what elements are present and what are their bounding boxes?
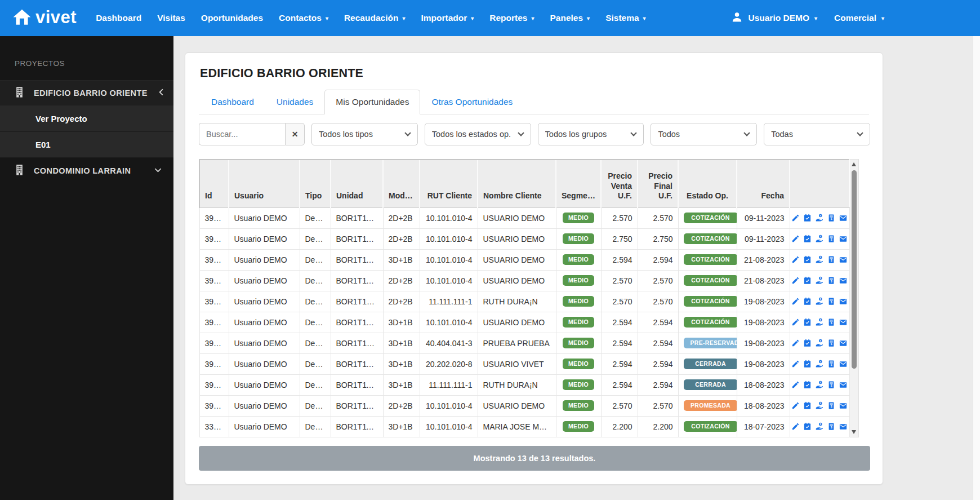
edit-icon[interactable] bbox=[791, 380, 800, 389]
table-scrollbar[interactable] bbox=[850, 159, 859, 437]
sidebar-item-e01[interactable]: E01 bbox=[0, 132, 173, 158]
invoice-icon[interactable]: $ bbox=[827, 380, 835, 389]
nav-item-oportunidades[interactable]: Oportunidades bbox=[201, 13, 263, 23]
envelope-icon[interactable] bbox=[839, 318, 848, 326]
scrollbar-thumb[interactable] bbox=[852, 170, 857, 369]
envelope-icon[interactable] bbox=[839, 360, 848, 368]
envelope-icon[interactable] bbox=[839, 423, 848, 431]
filter-select-todos-los-grupos[interactable]: Todos los grupos bbox=[538, 123, 644, 145]
column-header-id[interactable]: Id bbox=[199, 160, 229, 207]
calendar-check-icon[interactable] bbox=[803, 318, 812, 326]
column-header-precio-venta-u-f[interactable]: Precio Venta U.F. bbox=[601, 160, 638, 207]
tab-dashboard[interactable]: Dashboard bbox=[200, 90, 265, 114]
column-header-nombre-cliente[interactable]: Nombre Cliente bbox=[478, 160, 556, 207]
hand-dollar-icon[interactable]: $ bbox=[815, 297, 824, 306]
sidebar-project-condominio-larrain[interactable]: CONDOMINIO LARRAIN bbox=[0, 158, 173, 184]
user-menu[interactable]: Usuario DEMO ▾ bbox=[731, 11, 817, 25]
calendar-check-icon[interactable] bbox=[803, 297, 812, 306]
filter-select-todos-los-tipos[interactable]: Todos los tipos bbox=[311, 123, 418, 145]
column-header-fecha[interactable]: Fecha bbox=[737, 160, 790, 207]
column-header-segmento[interactable]: Segmento bbox=[556, 160, 601, 207]
nav-item-contactos[interactable]: Contactos▾ bbox=[279, 13, 328, 23]
page-scrollbar[interactable] bbox=[973, 36, 980, 500]
nav-item-reportes[interactable]: Reportes▾ bbox=[489, 13, 534, 23]
tab-mis-oportunidades[interactable]: Mis Oportunidades bbox=[324, 90, 420, 114]
column-header-precio-final-u-f[interactable]: Precio Final U.F. bbox=[638, 160, 678, 207]
hand-dollar-icon[interactable]: $ bbox=[815, 318, 824, 326]
column-header-estado-op[interactable]: Estado Op. bbox=[678, 160, 737, 207]
column-header-modelo[interactable]: Modelo bbox=[383, 160, 420, 207]
edit-icon[interactable] bbox=[791, 297, 800, 306]
hand-dollar-icon[interactable]: $ bbox=[815, 214, 824, 222]
tab-unidades[interactable]: Unidades bbox=[265, 90, 325, 114]
hand-dollar-icon[interactable]: $ bbox=[815, 234, 824, 243]
search-clear-button[interactable]: ✕ bbox=[285, 123, 305, 145]
sidebar-project-edificio-barrio-oriente[interactable]: EDIFICIO BARRIO ORIENTE bbox=[0, 80, 173, 106]
calendar-check-icon[interactable] bbox=[803, 276, 812, 285]
envelope-icon[interactable] bbox=[839, 381, 848, 389]
invoice-icon[interactable]: $ bbox=[827, 214, 835, 222]
edit-icon[interactable] bbox=[791, 360, 800, 368]
calendar-check-icon[interactable] bbox=[803, 401, 812, 410]
calendar-check-icon[interactable] bbox=[803, 339, 812, 347]
invoice-icon[interactable]: $ bbox=[827, 360, 835, 368]
edit-icon[interactable] bbox=[791, 339, 800, 347]
column-header-tipo[interactable]: Tipo bbox=[300, 160, 331, 207]
invoice-icon[interactable]: $ bbox=[827, 318, 835, 326]
edit-icon[interactable] bbox=[791, 401, 800, 410]
envelope-icon[interactable] bbox=[839, 402, 848, 410]
edit-icon[interactable] bbox=[791, 214, 800, 222]
invoice-icon[interactable]: $ bbox=[827, 401, 835, 410]
edit-icon[interactable] bbox=[791, 318, 800, 326]
edit-icon[interactable] bbox=[791, 422, 800, 431]
scroll-down-icon[interactable] bbox=[852, 430, 856, 434]
filter-select-todos[interactable]: Todos bbox=[651, 123, 757, 145]
envelope-icon[interactable] bbox=[839, 235, 848, 243]
hand-dollar-icon[interactable]: $ bbox=[815, 276, 824, 285]
invoice-icon[interactable]: $ bbox=[827, 297, 835, 306]
hand-dollar-icon[interactable]: $ bbox=[815, 422, 824, 431]
nav-item-recaudacion[interactable]: Recaudación▾ bbox=[344, 13, 406, 23]
envelope-icon[interactable] bbox=[839, 214, 848, 222]
envelope-icon[interactable] bbox=[839, 256, 848, 264]
column-header-rut-cliente[interactable]: RUT Cliente bbox=[420, 160, 478, 207]
envelope-icon[interactable] bbox=[839, 277, 848, 285]
scroll-up-icon[interactable] bbox=[852, 162, 856, 166]
nav-item-visitas[interactable]: Visitas bbox=[157, 13, 185, 23]
search-input[interactable] bbox=[199, 123, 285, 145]
calendar-check-icon[interactable] bbox=[803, 422, 812, 431]
sidebar-item-ver-proyecto[interactable]: Ver Proyecto bbox=[0, 106, 173, 132]
filter-select-todos-los-estados-op[interactable]: Todos los estados op. bbox=[425, 123, 531, 145]
column-header-actions[interactable] bbox=[790, 160, 849, 207]
mode-menu[interactable]: Comercial ▾ bbox=[834, 13, 884, 23]
filter-select-todas[interactable]: Todas bbox=[764, 123, 870, 145]
edit-icon[interactable] bbox=[791, 255, 800, 264]
nav-item-paneles[interactable]: Paneles▾ bbox=[550, 13, 590, 23]
hand-dollar-icon[interactable]: $ bbox=[815, 380, 824, 389]
edit-icon[interactable] bbox=[791, 234, 800, 243]
column-header-unidad[interactable]: Unidad bbox=[331, 160, 383, 207]
invoice-icon[interactable]: $ bbox=[827, 234, 835, 243]
calendar-check-icon[interactable] bbox=[803, 255, 812, 264]
hand-dollar-icon[interactable]: $ bbox=[815, 339, 824, 347]
invoice-icon[interactable]: $ bbox=[827, 276, 835, 285]
hand-dollar-icon[interactable]: $ bbox=[815, 255, 824, 264]
nav-item-sistema[interactable]: Sistema▾ bbox=[605, 13, 645, 23]
column-header-usuario[interactable]: Usuario bbox=[229, 160, 300, 207]
invoice-icon[interactable]: $ bbox=[827, 422, 835, 431]
nav-item-importador[interactable]: Importador▾ bbox=[421, 13, 474, 23]
tab-otras-oportunidades[interactable]: Otras Oportunidades bbox=[420, 90, 524, 114]
calendar-check-icon[interactable] bbox=[803, 360, 812, 368]
calendar-check-icon[interactable] bbox=[803, 234, 812, 243]
calendar-check-icon[interactable] bbox=[803, 214, 812, 222]
invoice-icon[interactable]: $ bbox=[827, 255, 835, 264]
calendar-check-icon[interactable] bbox=[803, 380, 812, 389]
hand-dollar-icon[interactable]: $ bbox=[815, 360, 824, 368]
brand-logo[interactable]: vivet bbox=[12, 8, 77, 28]
nav-item-dashboard[interactable]: Dashboard bbox=[96, 13, 141, 23]
envelope-icon[interactable] bbox=[839, 339, 848, 347]
envelope-icon[interactable] bbox=[839, 298, 848, 306]
edit-icon[interactable] bbox=[791, 276, 800, 285]
invoice-icon[interactable]: $ bbox=[827, 339, 835, 347]
hand-dollar-icon[interactable]: $ bbox=[815, 401, 824, 410]
